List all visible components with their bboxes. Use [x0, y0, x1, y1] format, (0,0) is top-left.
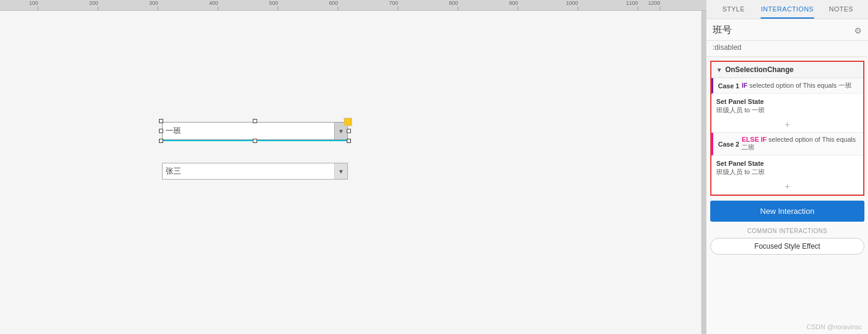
case-1-action-title: Set Panel State: [716, 96, 858, 106]
ruler-mark-800: 800: [458, 7, 458, 10]
ruler-mark-400: 400: [218, 7, 218, 10]
handle-tm: [253, 119, 257, 123]
case-1-add-btn[interactable]: +: [785, 120, 789, 129]
ruler-mark-600: 600: [338, 7, 338, 10]
ruler-mark-300: 300: [158, 7, 158, 10]
case-2-condition: ELSE IF selected option of This equals 二…: [741, 136, 858, 152]
dropdown-arrow-2[interactable]: ▼: [334, 163, 347, 179]
case-2-action-title: Set Panel State: [716, 158, 858, 168]
tab-notes[interactable]: NOTES: [814, 0, 868, 19]
tab-interactions[interactable]: INTERACTIONS: [761, 0, 815, 19]
ruler-mark-200: 200: [98, 7, 98, 10]
canvas-area: 100 200 300 400 500 600 700 800: [0, 0, 706, 334]
handle-mr: [347, 129, 351, 133]
if-keyword: IF: [741, 82, 747, 89]
case-2-title: Case 2: [718, 141, 739, 148]
ruler-mark-1100: 1100: [638, 7, 638, 10]
case-2-header: Case 2 ELSE IF selected option of This e…: [711, 133, 863, 156]
cyan-line: [163, 140, 347, 141]
panel-tabs: STYLE INTERACTIONS NOTES: [707, 0, 868, 19]
panel-header: 班号 ⚙: [707, 19, 868, 41]
ruler-mark-1200: 1200: [660, 7, 660, 10]
panel-settings-icon[interactable]: ⚙: [854, 26, 862, 35]
new-interaction-button[interactable]: New Interaction: [710, 201, 864, 222]
ruler-top: 100 200 300 400 500 600 700 800: [0, 0, 706, 11]
case-2-action-desc: 班级人员 to 二班: [716, 168, 858, 178]
case-1-condition: IF selected option of This equals 一班: [741, 81, 858, 90]
handle-br: [347, 139, 351, 143]
canvas-content[interactable]: ⚡ 一班 ▼ 张三 ▼: [0, 11, 706, 334]
focused-style-button[interactable]: Focused Style Effect: [710, 238, 864, 255]
case-1-action-desc: 班级人员 to 一班: [716, 106, 858, 117]
widget1-text: 一班: [166, 126, 181, 136]
handle-ml: [159, 129, 163, 133]
case-1-action: Set Panel State 班级人员 to 一班: [711, 94, 863, 118]
case-1-add-row: +: [711, 118, 863, 132]
ruler-mark-900: 900: [518, 7, 518, 10]
selection-handles: [159, 119, 351, 143]
event-name: OnSelectionChange: [725, 65, 794, 74]
case-1: Case 1 IF selected option of This equals…: [711, 78, 863, 133]
widget-dropdown-1[interactable]: ⚡ 一班 ▼: [162, 122, 348, 140]
widget2-text: 张三: [166, 166, 181, 177]
interaction-block: ▼ OnSelectionChange Case 1 IF selected o…: [710, 61, 864, 196]
else-if-keyword: ELSE IF: [741, 136, 767, 143]
ruler-mark-1000: 1000: [578, 7, 578, 10]
footer-watermark: CSDN @noravinsc: [707, 320, 868, 334]
disabled-state: :disabled: [707, 41, 868, 57]
canvas-scrollbar[interactable]: [701, 11, 706, 334]
right-panel: STYLE INTERACTIONS NOTES 班号 ⚙ :disabled …: [706, 0, 868, 334]
collapse-arrow[interactable]: ▼: [716, 67, 722, 73]
case-2-add-row: +: [711, 180, 863, 194]
panel-title: 班号: [713, 24, 732, 37]
case-2: Case 2 ELSE IF selected option of This e…: [711, 133, 863, 195]
case-2-add-btn[interactable]: +: [785, 181, 789, 191]
handle-tl: [159, 119, 163, 123]
lightning-icon: ⚡: [344, 118, 352, 126]
case-1-condition-text: selected option of This equals 一班: [749, 82, 851, 89]
case-1-title: Case 1: [718, 82, 739, 90]
ruler-mark-100: 100: [38, 7, 38, 10]
common-interactions-label: COMMON INTERACTIONS: [707, 225, 868, 238]
ruler-mark-500: 500: [278, 7, 278, 10]
tab-style[interactable]: STYLE: [707, 0, 761, 19]
case-1-header: Case 1 IF selected option of This equals…: [711, 78, 863, 94]
ruler-marks: 100 200 300 400 500 600 700 800: [0, 0, 706, 10]
interaction-title-row: ▼ OnSelectionChange: [711, 62, 863, 78]
ruler-mark-700: 700: [398, 7, 398, 10]
case-2-action: Set Panel State 班级人员 to 二班: [711, 156, 863, 180]
widget-dropdown-2[interactable]: 张三 ▼: [162, 163, 348, 180]
